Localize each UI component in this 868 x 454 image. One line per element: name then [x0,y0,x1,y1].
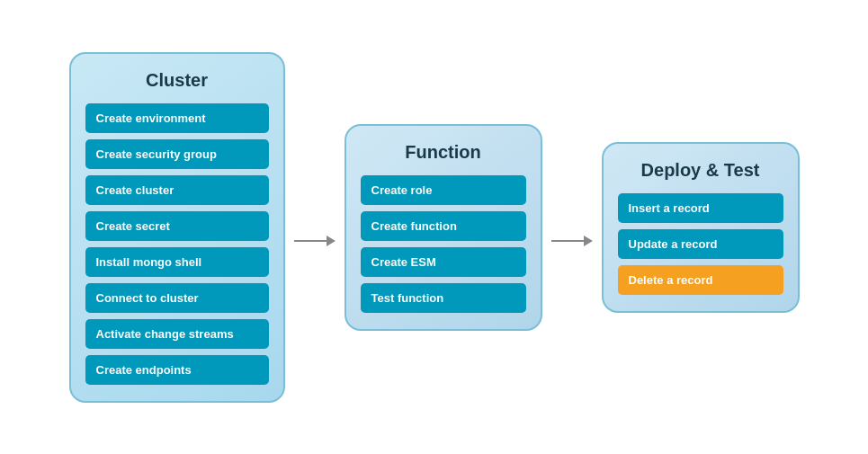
btn-create-security-group[interactable]: Create security group [85,139,269,169]
deploy-items: Insert a record Update a record Delete a… [618,193,783,295]
arrow-line-2 [551,236,593,246]
btn-update-record[interactable]: Update a record [618,229,783,259]
diagram: Cluster Create environment Create securi… [51,34,818,421]
arrow-head-2 [584,236,593,246]
function-items: Create role Create function Create ESM T… [361,175,526,313]
arrow-2 [542,236,602,246]
panel-function: Function Create role Create function Cre… [345,124,542,331]
arrow-line-1 [294,236,336,246]
cluster-title: Cluster [146,70,208,91]
btn-create-function[interactable]: Create function [361,211,526,241]
btn-create-cluster[interactable]: Create cluster [85,175,269,205]
arrow-shaft-1 [294,240,327,242]
btn-delete-record[interactable]: Delete a record [618,265,783,295]
panel-deploy: Deploy & Test Insert a record Update a r… [602,142,800,313]
btn-create-endpoints[interactable]: Create endpoints [85,355,269,385]
cluster-items: Create environment Create security group… [85,103,269,385]
btn-create-role[interactable]: Create role [361,175,526,205]
btn-insert-record[interactable]: Insert a record [618,193,783,223]
btn-install-mongo-shell[interactable]: Install mongo shell [85,247,269,277]
arrow-1 [285,236,345,246]
btn-create-esm[interactable]: Create ESM [361,247,526,277]
btn-test-function[interactable]: Test function [361,283,526,313]
btn-connect-to-cluster[interactable]: Connect to cluster [85,283,269,313]
btn-create-secret[interactable]: Create secret [85,211,269,241]
panel-cluster: Cluster Create environment Create securi… [69,52,285,403]
btn-activate-change-streams[interactable]: Activate change streams [85,319,269,349]
btn-create-environment[interactable]: Create environment [85,103,269,133]
arrow-head-1 [327,236,336,246]
function-title: Function [405,142,480,163]
arrow-shaft-2 [551,240,584,242]
deploy-title: Deploy & Test [641,160,760,181]
